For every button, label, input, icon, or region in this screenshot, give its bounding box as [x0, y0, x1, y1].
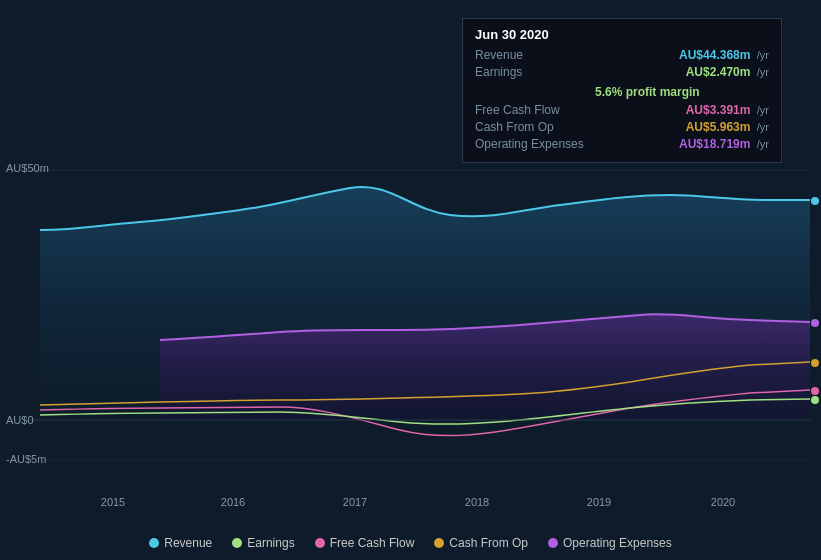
legend-free-cash-dot	[315, 538, 325, 548]
earnings-right-indicator	[811, 396, 819, 404]
x-label-2018: 2018	[465, 496, 489, 508]
tooltip-earnings-label: Earnings	[475, 65, 595, 79]
legend-free-cash-label: Free Cash Flow	[330, 536, 415, 550]
legend-earnings[interactable]: Earnings	[232, 536, 294, 550]
tooltip-op-expenses-row: Operating Expenses AU$18.719m /yr	[475, 137, 769, 151]
tooltip-revenue-row: Revenue AU$44.368m /yr	[475, 48, 769, 62]
tooltip-free-cash-row: Free Cash Flow AU$3.391m /yr	[475, 103, 769, 117]
tooltip-earnings-row: Earnings AU$2.470m /yr	[475, 65, 769, 79]
tooltip-free-cash-label: Free Cash Flow	[475, 103, 595, 117]
tooltip-earnings-per-yr: /yr	[757, 66, 769, 78]
tooltip-revenue-value: AU$44.368m	[679, 48, 750, 62]
x-label-2015: 2015	[101, 496, 125, 508]
tooltip-box: Jun 30 2020 Revenue AU$44.368m /yr Earni…	[462, 18, 782, 163]
legend-cash-from-op-dot	[434, 538, 444, 548]
tooltip-revenue-per-yr: /yr	[757, 49, 769, 61]
legend-operating-expenses[interactable]: Operating Expenses	[548, 536, 672, 550]
tooltip-free-cash-value: AU$3.391m	[686, 103, 751, 117]
tooltip-cash-from-op-value: AU$5.963m	[686, 120, 751, 134]
op-expenses-right-indicator	[811, 319, 819, 327]
x-label-2016: 2016	[221, 496, 245, 508]
legend-earnings-label: Earnings	[247, 536, 294, 550]
cash-from-op-right-indicator	[811, 359, 819, 367]
y-label-neg5m: -AU$5m	[6, 453, 46, 465]
tooltip-revenue-label: Revenue	[475, 48, 595, 62]
tooltip-op-expenses-value: AU$18.719m	[679, 137, 750, 151]
legend-revenue-label: Revenue	[164, 536, 212, 550]
tooltip-cash-from-op-per-yr: /yr	[757, 121, 769, 133]
y-label-0: AU$0	[6, 414, 34, 426]
free-cash-right-indicator	[811, 387, 819, 395]
legend-revenue-dot	[149, 538, 159, 548]
x-label-2019: 2019	[587, 496, 611, 508]
legend-cash-from-op-label: Cash From Op	[449, 536, 528, 550]
legend-earnings-dot	[232, 538, 242, 548]
tooltip-earnings-value: AU$2.470m	[686, 65, 751, 79]
chart-container: AU$50m AU$0 -AU$5m 2015 2016 2017 2018 2…	[0, 0, 821, 560]
y-label-50m: AU$50m	[6, 162, 49, 174]
tooltip-op-expenses-label: Operating Expenses	[475, 137, 595, 151]
legend-free-cash-flow[interactable]: Free Cash Flow	[315, 536, 415, 550]
x-label-2020: 2020	[711, 496, 735, 508]
revenue-right-indicator	[811, 197, 819, 205]
chart-legend: Revenue Earnings Free Cash Flow Cash Fro…	[0, 536, 821, 550]
tooltip-cash-from-op-row: Cash From Op AU$5.963m /yr	[475, 120, 769, 134]
tooltip-date: Jun 30 2020	[475, 27, 769, 42]
legend-op-expenses-dot	[548, 538, 558, 548]
x-label-2017: 2017	[343, 496, 367, 508]
tooltip-free-cash-per-yr: /yr	[757, 104, 769, 116]
tooltip-profit-margin: 5.6% profit margin	[595, 85, 700, 99]
legend-op-expenses-label: Operating Expenses	[563, 536, 672, 550]
tooltip-cash-from-op-label: Cash From Op	[475, 120, 595, 134]
tooltip-op-expenses-per-yr: /yr	[757, 138, 769, 150]
legend-cash-from-op[interactable]: Cash From Op	[434, 536, 528, 550]
legend-revenue[interactable]: Revenue	[149, 536, 212, 550]
